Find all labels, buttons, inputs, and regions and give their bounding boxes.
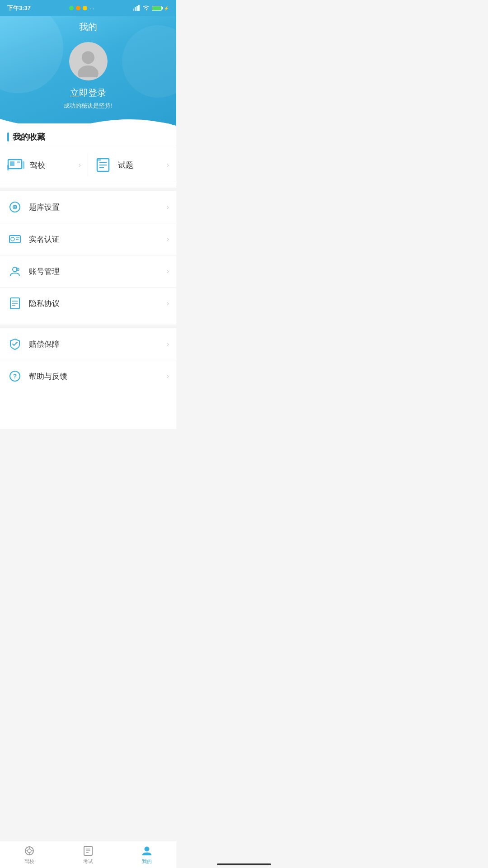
status-right: ⚡ xyxy=(133,5,169,11)
questions-chevron: › xyxy=(167,161,169,169)
signal-icon xyxy=(133,5,140,11)
avatar[interactable] xyxy=(69,42,108,80)
svg-rect-9 xyxy=(7,165,9,170)
section-bar xyxy=(7,132,9,142)
svg-point-20 xyxy=(11,237,14,241)
status-bar: 下午3:37 ··· ⚡ xyxy=(0,0,176,16)
real-name-auth-chevron: › xyxy=(167,235,169,243)
menu-item-privacy-policy[interactable]: 隐私协议 › xyxy=(0,288,176,319)
svg-rect-3 xyxy=(138,5,140,11)
compensation-guarantee-icon xyxy=(7,336,23,352)
svg-rect-0 xyxy=(133,9,134,11)
svg-rect-10 xyxy=(23,161,24,169)
menu-item-real-name-auth[interactable]: 实名认证 › xyxy=(0,223,176,255)
wifi-icon xyxy=(142,5,150,11)
svg-text:?: ? xyxy=(13,373,17,380)
compensation-guarantee-label: 赔偿保障 xyxy=(29,339,160,349)
menu-item-compensation-guarantee[interactable]: 赔偿保障 › xyxy=(0,328,176,360)
status-time: 下午3:37 xyxy=(7,4,31,12)
avatar-icon xyxy=(72,46,104,77)
notif-icon-3 xyxy=(83,6,87,10)
svg-point-5 xyxy=(78,65,99,77)
avatar-container[interactable] xyxy=(9,42,167,80)
battery-percent: ⚡ xyxy=(164,6,169,11)
collections-row: 驾校 › 试题 › xyxy=(0,148,176,182)
privacy-policy-icon xyxy=(7,296,23,311)
svg-point-4 xyxy=(82,51,94,64)
account-management-label: 账号管理 xyxy=(29,266,160,277)
questions-label: 试题 xyxy=(118,160,161,170)
compensation-guarantee-chevron: › xyxy=(167,340,169,348)
svg-rect-2 xyxy=(136,6,138,11)
privacy-policy-chevron: › xyxy=(167,299,169,307)
separator-1 xyxy=(0,188,176,191)
login-prompt[interactable]: 立即登录 xyxy=(9,87,167,99)
svg-rect-15 xyxy=(97,159,101,161)
more-icon: ··· xyxy=(89,5,94,12)
svg-rect-8 xyxy=(17,161,20,163)
svg-rect-1 xyxy=(135,7,136,11)
menu-item-account-management[interactable]: 账号管理 › xyxy=(0,255,176,288)
bottom-padding xyxy=(0,397,176,429)
question-bank-settings-icon xyxy=(7,199,23,215)
battery-icon: ⚡ xyxy=(152,6,169,11)
help-feedback-chevron: › xyxy=(167,372,169,380)
notif-icon-2 xyxy=(76,6,80,10)
help-feedback-icon: ? xyxy=(7,368,23,384)
collection-questions[interactable]: 试题 › xyxy=(88,148,176,182)
menu-group-2: 赔偿保障 › ? 帮助与反馈 › xyxy=(0,328,176,392)
login-subtitle: 成功的秘诀是坚持! xyxy=(9,102,167,110)
driving-school-chevron: › xyxy=(79,161,81,169)
notif-icon-1 xyxy=(69,6,74,10)
question-bank-settings-chevron: › xyxy=(167,203,169,211)
help-feedback-label: 帮助与反馈 xyxy=(29,371,160,382)
header-section: 我的 立即登录 成功的秘诀是坚持! xyxy=(0,16,176,132)
svg-rect-7 xyxy=(10,161,14,166)
questions-icon xyxy=(95,156,113,174)
driving-school-label: 驾校 xyxy=(30,160,73,170)
status-icons: ··· xyxy=(69,5,94,12)
real-name-auth-label: 实名认证 xyxy=(29,234,160,245)
main-content: 我的收藏 驾校 › xyxy=(0,123,176,429)
collections-section-header: 我的收藏 xyxy=(0,123,176,148)
menu-item-help-feedback[interactable]: ? 帮助与反馈 › xyxy=(0,360,176,392)
question-bank-settings-label: 题库设置 xyxy=(29,202,160,212)
real-name-auth-icon xyxy=(7,231,23,247)
page-title: 我的 xyxy=(9,21,167,33)
collection-driving-school[interactable]: 驾校 › xyxy=(0,148,88,182)
account-management-chevron: › xyxy=(167,267,169,275)
menu-group-1: 题库设置 › 实名认证 › xyxy=(0,191,176,319)
svg-point-18 xyxy=(14,206,16,208)
collections-title: 我的收藏 xyxy=(13,132,45,142)
account-management-icon xyxy=(7,264,23,279)
privacy-policy-label: 隐私协议 xyxy=(29,298,160,309)
separator-2 xyxy=(0,325,176,328)
menu-item-question-bank-settings[interactable]: 题库设置 › xyxy=(0,191,176,223)
driving-school-icon xyxy=(7,156,24,174)
